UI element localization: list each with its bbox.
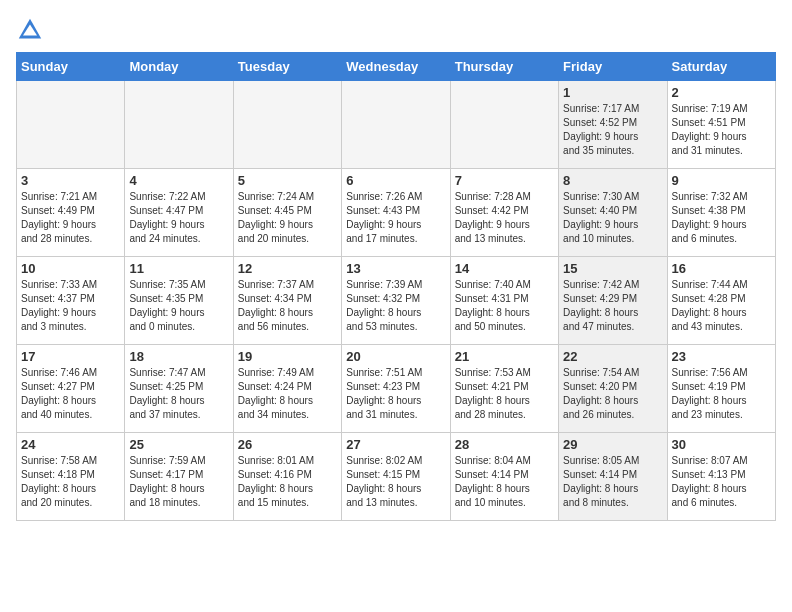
page-header: [16, 16, 776, 44]
calendar-cell: 22Sunrise: 7:54 AM Sunset: 4:20 PM Dayli…: [559, 345, 667, 433]
day-info: Sunrise: 7:39 AM Sunset: 4:32 PM Dayligh…: [346, 278, 445, 334]
day-number: 20: [346, 349, 445, 364]
day-info: Sunrise: 8:04 AM Sunset: 4:14 PM Dayligh…: [455, 454, 554, 510]
calendar-cell: [450, 81, 558, 169]
calendar-cell: 5Sunrise: 7:24 AM Sunset: 4:45 PM Daylig…: [233, 169, 341, 257]
day-number: 26: [238, 437, 337, 452]
day-info: Sunrise: 8:02 AM Sunset: 4:15 PM Dayligh…: [346, 454, 445, 510]
day-number: 17: [21, 349, 120, 364]
calendar-cell: [17, 81, 125, 169]
calendar-cell: 1Sunrise: 7:17 AM Sunset: 4:52 PM Daylig…: [559, 81, 667, 169]
day-info: Sunrise: 7:17 AM Sunset: 4:52 PM Dayligh…: [563, 102, 662, 158]
day-info: Sunrise: 7:56 AM Sunset: 4:19 PM Dayligh…: [672, 366, 771, 422]
day-info: Sunrise: 7:35 AM Sunset: 4:35 PM Dayligh…: [129, 278, 228, 334]
calendar-cell: 17Sunrise: 7:46 AM Sunset: 4:27 PM Dayli…: [17, 345, 125, 433]
day-info: Sunrise: 7:49 AM Sunset: 4:24 PM Dayligh…: [238, 366, 337, 422]
logo-icon: [16, 16, 44, 44]
calendar-week-2: 3Sunrise: 7:21 AM Sunset: 4:49 PM Daylig…: [17, 169, 776, 257]
calendar-cell: 18Sunrise: 7:47 AM Sunset: 4:25 PM Dayli…: [125, 345, 233, 433]
day-number: 12: [238, 261, 337, 276]
calendar-cell: 25Sunrise: 7:59 AM Sunset: 4:17 PM Dayli…: [125, 433, 233, 521]
day-info: Sunrise: 8:07 AM Sunset: 4:13 PM Dayligh…: [672, 454, 771, 510]
day-number: 29: [563, 437, 662, 452]
calendar-week-4: 17Sunrise: 7:46 AM Sunset: 4:27 PM Dayli…: [17, 345, 776, 433]
calendar-cell: 26Sunrise: 8:01 AM Sunset: 4:16 PM Dayli…: [233, 433, 341, 521]
day-info: Sunrise: 7:28 AM Sunset: 4:42 PM Dayligh…: [455, 190, 554, 246]
day-number: 14: [455, 261, 554, 276]
day-number: 30: [672, 437, 771, 452]
calendar-cell: 10Sunrise: 7:33 AM Sunset: 4:37 PM Dayli…: [17, 257, 125, 345]
day-number: 18: [129, 349, 228, 364]
day-number: 10: [21, 261, 120, 276]
day-info: Sunrise: 7:22 AM Sunset: 4:47 PM Dayligh…: [129, 190, 228, 246]
day-info: Sunrise: 7:26 AM Sunset: 4:43 PM Dayligh…: [346, 190, 445, 246]
day-header-wednesday: Wednesday: [342, 53, 450, 81]
calendar-cell: 29Sunrise: 8:05 AM Sunset: 4:14 PM Dayli…: [559, 433, 667, 521]
day-info: Sunrise: 7:33 AM Sunset: 4:37 PM Dayligh…: [21, 278, 120, 334]
calendar-cell: [342, 81, 450, 169]
day-number: 19: [238, 349, 337, 364]
calendar-cell: 9Sunrise: 7:32 AM Sunset: 4:38 PM Daylig…: [667, 169, 775, 257]
calendar-cell: 2Sunrise: 7:19 AM Sunset: 4:51 PM Daylig…: [667, 81, 775, 169]
calendar-cell: [233, 81, 341, 169]
calendar-cell: 24Sunrise: 7:58 AM Sunset: 4:18 PM Dayli…: [17, 433, 125, 521]
day-header-monday: Monday: [125, 53, 233, 81]
calendar-cell: 23Sunrise: 7:56 AM Sunset: 4:19 PM Dayli…: [667, 345, 775, 433]
day-number: 23: [672, 349, 771, 364]
calendar-cell: 4Sunrise: 7:22 AM Sunset: 4:47 PM Daylig…: [125, 169, 233, 257]
day-number: 13: [346, 261, 445, 276]
day-number: 28: [455, 437, 554, 452]
day-number: 3: [21, 173, 120, 188]
day-info: Sunrise: 7:53 AM Sunset: 4:21 PM Dayligh…: [455, 366, 554, 422]
day-number: 27: [346, 437, 445, 452]
day-header-tuesday: Tuesday: [233, 53, 341, 81]
day-info: Sunrise: 7:30 AM Sunset: 4:40 PM Dayligh…: [563, 190, 662, 246]
day-number: 11: [129, 261, 228, 276]
calendar-cell: 27Sunrise: 8:02 AM Sunset: 4:15 PM Dayli…: [342, 433, 450, 521]
calendar-cell: [125, 81, 233, 169]
day-number: 16: [672, 261, 771, 276]
day-number: 6: [346, 173, 445, 188]
calendar-cell: 21Sunrise: 7:53 AM Sunset: 4:21 PM Dayli…: [450, 345, 558, 433]
calendar-cell: 3Sunrise: 7:21 AM Sunset: 4:49 PM Daylig…: [17, 169, 125, 257]
day-header-thursday: Thursday: [450, 53, 558, 81]
day-number: 2: [672, 85, 771, 100]
day-info: Sunrise: 7:19 AM Sunset: 4:51 PM Dayligh…: [672, 102, 771, 158]
day-info: Sunrise: 7:32 AM Sunset: 4:38 PM Dayligh…: [672, 190, 771, 246]
calendar-cell: 20Sunrise: 7:51 AM Sunset: 4:23 PM Dayli…: [342, 345, 450, 433]
day-number: 5: [238, 173, 337, 188]
day-info: Sunrise: 7:59 AM Sunset: 4:17 PM Dayligh…: [129, 454, 228, 510]
logo: [16, 16, 48, 44]
calendar-week-3: 10Sunrise: 7:33 AM Sunset: 4:37 PM Dayli…: [17, 257, 776, 345]
calendar-week-1: 1Sunrise: 7:17 AM Sunset: 4:52 PM Daylig…: [17, 81, 776, 169]
day-info: Sunrise: 7:51 AM Sunset: 4:23 PM Dayligh…: [346, 366, 445, 422]
day-number: 24: [21, 437, 120, 452]
day-info: Sunrise: 7:37 AM Sunset: 4:34 PM Dayligh…: [238, 278, 337, 334]
calendar-cell: 12Sunrise: 7:37 AM Sunset: 4:34 PM Dayli…: [233, 257, 341, 345]
calendar-cell: 28Sunrise: 8:04 AM Sunset: 4:14 PM Dayli…: [450, 433, 558, 521]
day-info: Sunrise: 7:44 AM Sunset: 4:28 PM Dayligh…: [672, 278, 771, 334]
calendar-week-5: 24Sunrise: 7:58 AM Sunset: 4:18 PM Dayli…: [17, 433, 776, 521]
day-info: Sunrise: 7:46 AM Sunset: 4:27 PM Dayligh…: [21, 366, 120, 422]
calendar-table: SundayMondayTuesdayWednesdayThursdayFrid…: [16, 52, 776, 521]
day-number: 4: [129, 173, 228, 188]
day-number: 15: [563, 261, 662, 276]
calendar-cell: 14Sunrise: 7:40 AM Sunset: 4:31 PM Dayli…: [450, 257, 558, 345]
calendar-cell: 11Sunrise: 7:35 AM Sunset: 4:35 PM Dayli…: [125, 257, 233, 345]
calendar-cell: 8Sunrise: 7:30 AM Sunset: 4:40 PM Daylig…: [559, 169, 667, 257]
day-headers-row: SundayMondayTuesdayWednesdayThursdayFrid…: [17, 53, 776, 81]
day-info: Sunrise: 7:40 AM Sunset: 4:31 PM Dayligh…: [455, 278, 554, 334]
day-header-saturday: Saturday: [667, 53, 775, 81]
day-header-friday: Friday: [559, 53, 667, 81]
calendar-cell: 7Sunrise: 7:28 AM Sunset: 4:42 PM Daylig…: [450, 169, 558, 257]
calendar-cell: 15Sunrise: 7:42 AM Sunset: 4:29 PM Dayli…: [559, 257, 667, 345]
day-number: 25: [129, 437, 228, 452]
day-number: 21: [455, 349, 554, 364]
day-info: Sunrise: 7:58 AM Sunset: 4:18 PM Dayligh…: [21, 454, 120, 510]
day-info: Sunrise: 8:05 AM Sunset: 4:14 PM Dayligh…: [563, 454, 662, 510]
day-info: Sunrise: 7:24 AM Sunset: 4:45 PM Dayligh…: [238, 190, 337, 246]
day-info: Sunrise: 7:47 AM Sunset: 4:25 PM Dayligh…: [129, 366, 228, 422]
day-header-sunday: Sunday: [17, 53, 125, 81]
calendar-cell: 13Sunrise: 7:39 AM Sunset: 4:32 PM Dayli…: [342, 257, 450, 345]
day-number: 9: [672, 173, 771, 188]
